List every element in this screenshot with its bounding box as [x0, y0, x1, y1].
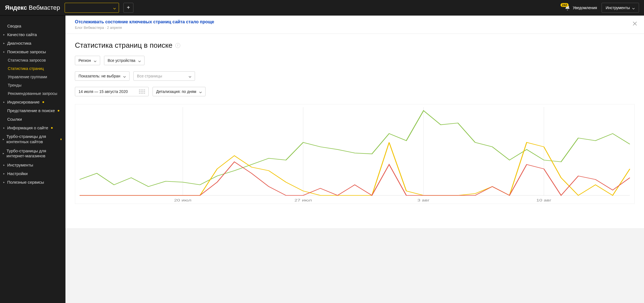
sidebar-item-label: Рекомендованные запросы — [8, 91, 57, 96]
announcement-source: Блог Вебмастера — [75, 26, 104, 30]
sidebar-sub-recs[interactable]: Рекомендованные запросы — [0, 89, 65, 98]
sidebar-item-label: Полезные сервисы — [7, 180, 44, 185]
svg-text:27 июл: 27 июл — [295, 199, 312, 202]
close-icon[interactable] — [632, 21, 638, 27]
sidebar-item-tools[interactable]: ▸Инструменты — [0, 161, 65, 169]
info-icon[interactable]: i — [175, 43, 180, 48]
region-dropdown[interactable]: Регион — [75, 56, 100, 65]
announcement-meta: Блог Вебмастера · 2 апреля — [75, 26, 635, 30]
sidebar-item-label: Поисковые запросы — [7, 49, 46, 54]
svg-text:3 авг: 3 авг — [417, 199, 430, 202]
sidebar-item-indexing[interactable]: ▸Индексирование — [0, 98, 65, 106]
detail-dropdown[interactable]: Детализация: по дням — [153, 87, 206, 96]
announcement-link[interactable]: Отслеживать состояние ключевых страниц с… — [75, 19, 214, 24]
caret-right-icon: ▸ — [3, 173, 5, 175]
chevron-down-icon — [113, 6, 116, 9]
announcement-date: 2 апреля — [107, 26, 122, 30]
logo[interactable]: Яндекс Вебмастер — [5, 4, 60, 11]
sidebar-item-queries[interactable]: ▸Поисковые запросы — [0, 47, 65, 56]
chevron-down-icon — [94, 59, 97, 62]
sidebar-item-label: Турбо-страницы для интернет-магазинов — [7, 148, 62, 159]
caret-right-icon: ▸ — [3, 138, 4, 140]
caret-right-icon: ▸ — [3, 42, 5, 44]
tools-dropdown[interactable]: Инструменты — [602, 3, 639, 13]
notifications-badge: 242 — [561, 3, 568, 7]
page-title: Статистика страниц в поиске i — [75, 41, 635, 50]
sidebar-sub-p-stats[interactable]: Статистика страниц — [0, 64, 65, 73]
sidebar-item-quality[interactable]: ▸Качество сайта — [0, 30, 65, 39]
notification-dot — [60, 138, 62, 140]
metric-dropdown[interactable]: Показатель: не выбран — [75, 71, 130, 81]
caret-right-icon: ▸ — [3, 164, 5, 166]
sidebar-item-settings[interactable]: ▸Настройки — [0, 169, 65, 178]
chevron-down-icon — [199, 90, 202, 93]
sidebar-item-links[interactable]: ▸Ссылки — [0, 115, 65, 123]
caret-right-icon: ▸ — [3, 34, 5, 36]
caret-right-icon: ▸ — [3, 51, 5, 53]
logo-secondary: Вебмастер — [29, 4, 60, 11]
svg-text:10 авг: 10 авг — [536, 199, 552, 202]
line-chart[interactable]: 20 июл27 июл3 авг10 авг — [75, 104, 635, 204]
sidebar-item-label: Индексирование — [7, 100, 40, 104]
plus-icon: + — [127, 4, 130, 11]
sidebar-item-turbo-shop[interactable]: ▸Турбо-страницы для интернет-магазинов — [0, 147, 65, 161]
sidebar-item-label: Настройки — [7, 171, 28, 176]
sidebar-item-summary[interactable]: ▸Сводка — [0, 22, 65, 30]
sidebar-item-diagnostics[interactable]: ▸Диагностика — [0, 39, 65, 47]
sidebar-sub-groups[interactable]: Управление группами — [0, 73, 65, 81]
sidebar-item-label: Качество сайта — [7, 32, 37, 37]
sidebar-item-label: Сводка — [7, 24, 21, 28]
notification-dot — [58, 110, 59, 112]
pages-dropdown[interactable]: Все страницы — [133, 71, 195, 81]
sidebar-item-label: Диагностика — [7, 41, 31, 46]
bell-icon: 242 — [564, 5, 571, 11]
sidebar-item-label: Статистика страниц — [8, 66, 44, 71]
caret-right-icon: ▸ — [3, 127, 5, 129]
notifications-button[interactable]: 242 Уведомления — [564, 5, 597, 11]
sidebar-sub-trends[interactable]: Тренды — [0, 81, 65, 89]
sidebar: ▸Сводка▸Качество сайта▸Диагностика▸Поиск… — [0, 16, 65, 303]
logo-primary: Яндекс — [5, 4, 27, 11]
notification-dot — [51, 127, 53, 129]
caret-right-icon: ▸ — [3, 152, 4, 155]
devices-dropdown[interactable]: Все устройства — [104, 56, 144, 65]
notifications-label: Уведомления — [573, 6, 597, 10]
chevron-down-icon — [123, 75, 126, 77]
sidebar-item-label: Информация о сайте — [7, 125, 48, 130]
chevron-down-icon — [138, 59, 141, 62]
topbar: Яндекс Вебмастер + 242 Уведомления Инстр… — [0, 0, 644, 16]
sidebar-item-label: Ссылки — [7, 117, 22, 122]
sidebar-item-label: Инструменты — [7, 163, 33, 167]
svg-text:20 июл: 20 июл — [174, 199, 192, 202]
sidebar-item-useful[interactable]: ▸Полезные сервисы — [0, 178, 65, 186]
caret-right-icon: ▸ — [3, 101, 5, 103]
add-site-button[interactable]: + — [123, 3, 133, 13]
site-selector[interactable] — [65, 3, 119, 13]
sidebar-item-turbo-content[interactable]: ▸Турбо-страницы для контентных сайтов — [0, 132, 65, 147]
sidebar-item-appearance[interactable]: ▸Представление в поиске — [0, 106, 65, 115]
content-area: Отслеживать состояние ключевых страниц с… — [65, 16, 644, 303]
caret-right-icon: ▸ — [3, 181, 5, 183]
chevron-down-icon — [632, 6, 635, 9]
sidebar-sub-q-stats[interactable]: Статистика запросов — [0, 56, 65, 64]
calendar-icon — [139, 89, 145, 94]
notification-dot — [42, 101, 44, 103]
announcement-banner: Отслеживать состояние ключевых страниц с… — [65, 16, 644, 34]
sidebar-item-label: Тренды — [8, 83, 21, 87]
sidebar-item-label: Представление в поиске — [7, 108, 55, 113]
date-range-picker[interactable]: 14 июля — 15 августа 2020 — [75, 87, 149, 96]
sidebar-item-label: Управление группами — [8, 75, 47, 79]
sidebar-item-siteinfo[interactable]: ▸Информация о сайте — [0, 123, 65, 132]
chevron-down-icon — [189, 75, 191, 77]
sidebar-item-label: Статистика запросов — [8, 58, 46, 62]
page-body: Статистика страниц в поиске i Регион Все… — [65, 34, 644, 228]
sidebar-item-label: Турбо-страницы для контентных сайтов — [6, 134, 58, 145]
chart-container: 20 июл27 июл3 авг10 авг — [75, 104, 635, 204]
tools-label: Инструменты — [606, 6, 630, 10]
